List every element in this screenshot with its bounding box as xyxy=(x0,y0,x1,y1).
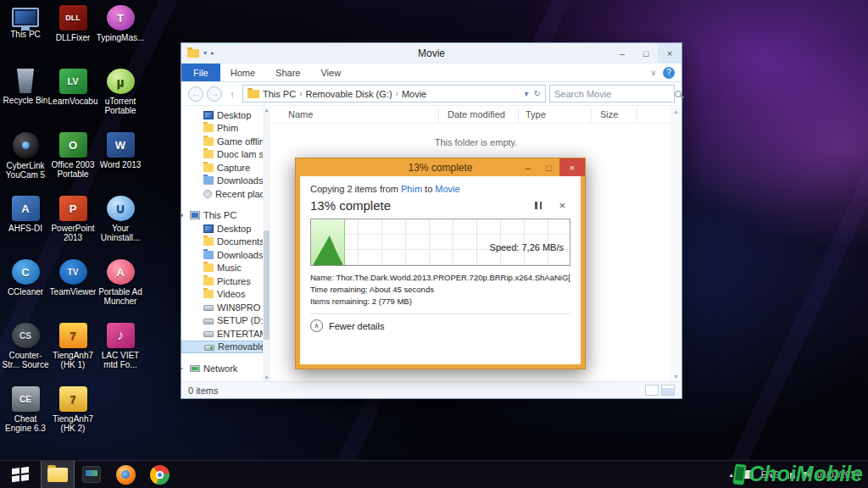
desktop-icon-cheat-engine[interactable]: CE Cheat Engine 6.3 xyxy=(2,386,49,450)
language-indicator[interactable]: ENG xyxy=(761,470,780,480)
nav-item-capture[interactable]: Capture xyxy=(181,161,263,175)
touch-keyboard-icon[interactable] xyxy=(741,470,754,479)
desktop-icon-lacviet[interactable]: ♪ LAC VIET mtd Fo... xyxy=(97,323,144,386)
tab-home[interactable]: Home xyxy=(220,64,265,81)
desktop-icon-office2003[interactable]: O Office 2003 Portable xyxy=(49,132,97,196)
qat-dropdown-icon[interactable]: ▾ xyxy=(203,49,207,57)
desktop-icon-word2013[interactable]: W Word 2013 xyxy=(97,132,144,196)
refresh-icon[interactable]: ↻ xyxy=(534,89,541,98)
tray-date[interactable]: 01/03/2014 xyxy=(817,470,860,480)
address-dropdown-icon[interactable]: ▾ xyxy=(525,89,529,98)
desktop-icon-counter-strike[interactable]: CS Counter-Str... Source xyxy=(2,323,49,386)
desktop-icon-youcam[interactable]: CyberLink YouCam 5 xyxy=(2,132,49,196)
tray-expand-icon[interactable]: ▴ xyxy=(730,471,733,479)
nav-item-pictures[interactable]: Pictures xyxy=(181,274,263,288)
scroll-down-icon[interactable]: ▼ xyxy=(670,374,682,380)
desktop-icon-dllfixer[interactable]: DLL DLLFixer xyxy=(49,5,97,69)
nav-item-win8pro-c[interactable]: WIN8PRO (C xyxy=(181,301,263,314)
desktop-icon-typingmaster[interactable]: T TypingMas... xyxy=(97,5,144,69)
source-folder-link[interactable]: Phim xyxy=(401,184,422,194)
pause-button[interactable] xyxy=(535,202,542,209)
nav-item-setup-d[interactable]: SETUP (D:) xyxy=(181,314,263,328)
dialog-minimize-button[interactable]: – xyxy=(517,158,538,176)
taskbar-file-explorer[interactable] xyxy=(41,461,75,488)
minimize-button[interactable]: – xyxy=(610,43,634,63)
scroll-up-icon[interactable]: ▲ xyxy=(670,108,682,114)
nav-scrollbar[interactable]: ▲ ▼ xyxy=(263,107,270,381)
scroll-down-icon[interactable]: ▼ xyxy=(263,375,270,380)
expand-ribbon-icon[interactable]: ∨ xyxy=(650,69,656,77)
nav-item-this-pc[interactable]: ▾This PC xyxy=(181,209,263,223)
dialog-titlebar[interactable]: 13% complete – □ × xyxy=(296,158,585,176)
crumb-movie[interactable]: Movie xyxy=(402,89,426,99)
desktop-icon-your-uninstaller[interactable]: U Your Uninstall... xyxy=(97,196,144,259)
nav-item-phim[interactable]: Phim xyxy=(181,122,263,136)
nav-item-network[interactable]: ▸Network xyxy=(181,362,263,375)
close-button[interactable]: × xyxy=(658,43,682,63)
desktop-icon-this-pc[interactable]: This PC xyxy=(2,5,49,69)
search-box[interactable] xyxy=(549,85,675,103)
nav-item-music[interactable]: Music xyxy=(181,262,263,275)
cancel-button[interactable]: × xyxy=(559,202,565,210)
column-date-modified[interactable]: Date modified xyxy=(448,109,505,119)
nav-item-desktop[interactable]: Desktop xyxy=(181,222,263,236)
nav-item-desktop-fav[interactable]: Desktop xyxy=(181,108,263,122)
desktop-icon-powerpoint[interactable]: P PowerPoint 2013 xyxy=(49,196,97,259)
desktop-icon-teamviewer[interactable]: TV TeamViewer xyxy=(49,259,97,323)
crumb-removable-disk[interactable]: Removable Disk (G:) xyxy=(305,89,392,99)
maximize-button[interactable]: □ xyxy=(634,43,658,63)
qat-customize-icon[interactable]: ▸ xyxy=(211,49,214,57)
up-button[interactable]: ↑ xyxy=(225,89,239,99)
desktop-icon-ccleaner[interactable]: C CCleaner xyxy=(2,259,49,323)
help-icon[interactable]: ? xyxy=(663,67,675,79)
nav-item-documents[interactable]: Documents xyxy=(181,236,263,249)
search-input[interactable] xyxy=(554,89,675,99)
taskbar-chrome[interactable] xyxy=(142,461,176,488)
explorer-titlebar[interactable]: ▾ ▸ Movie – □ × xyxy=(181,43,682,64)
desktop-icon-learnvocabu[interactable]: LV LearnVocabu xyxy=(49,69,97,132)
window-title: Movie xyxy=(181,47,682,59)
forward-button[interactable]: → xyxy=(207,86,222,102)
breadcrumb[interactable]: This PC › Removable Disk (G:) › Movie ▾ … xyxy=(242,85,546,103)
nav-item-duoc-lam-sa[interactable]: Duoc lam sa xyxy=(181,148,263,162)
nav-item-recent-places[interactable]: Recent place xyxy=(181,187,263,201)
start-button[interactable] xyxy=(0,461,41,488)
tab-file[interactable]: File xyxy=(181,64,220,81)
expander-icon[interactable]: ▸ xyxy=(181,364,186,372)
quick-access-toolbar: ▾ ▸ xyxy=(181,49,214,58)
nav-item-downloads-fav[interactable]: Downloads xyxy=(181,175,263,188)
volume-icon[interactable] xyxy=(803,472,807,477)
column-name[interactable]: Name xyxy=(288,109,313,119)
desktop-icon-tienganh7-hk2[interactable]: 7 TiengAnh7 (HK 2) xyxy=(49,386,97,450)
back-button[interactable]: ← xyxy=(188,86,203,102)
dialog-maximize-button[interactable]: □ xyxy=(538,158,559,176)
tab-view[interactable]: View xyxy=(310,64,351,81)
nav-item-game-offline[interactable]: Game offline xyxy=(181,135,263,148)
main-scrollbar[interactable]: ▲ ▼ xyxy=(670,107,682,381)
icon-label: TeamViewer xyxy=(50,287,97,297)
desktop-icon-ad-muncher[interactable]: A Portable Ad Muncher xyxy=(97,259,144,323)
tab-share[interactable]: Share xyxy=(265,64,310,81)
column-size[interactable]: Size xyxy=(600,109,618,119)
destination-folder-link[interactable]: Movie xyxy=(435,184,459,194)
details-view-button[interactable] xyxy=(645,385,659,396)
fewer-details-button[interactable]: ∧ Fewer details xyxy=(310,319,570,332)
nav-item-removable-disk[interactable]: Removable [ xyxy=(181,341,263,354)
crumb-this-pc[interactable]: This PC xyxy=(263,89,296,99)
desktop-icon-recycle-bin[interactable]: Recycle Bin xyxy=(2,69,49,132)
thumbnails-view-button[interactable] xyxy=(661,385,675,396)
desktop-icon-ahfs-di[interactable]: A AHFS-DI xyxy=(2,196,49,259)
desktop-icon-utorrent[interactable]: µ uTorrent Portable xyxy=(97,69,144,132)
nav-item-downloads[interactable]: Downloads xyxy=(181,248,263,262)
scroll-up-icon[interactable]: ▲ xyxy=(263,108,270,113)
nav-item-videos[interactable]: Videos xyxy=(181,288,263,302)
desktop-icon-tienganh7-hk1[interactable]: 7 TiengAnh7 (HK 1) xyxy=(49,323,97,386)
nav-item-entertame[interactable]: ENTERTAME xyxy=(181,327,263,341)
network-icon[interactable] xyxy=(787,470,795,479)
column-type[interactable]: Type xyxy=(526,109,546,119)
dialog-close-button[interactable]: × xyxy=(559,158,585,176)
taskbar-firefox[interactable] xyxy=(108,461,142,488)
scrollbar-thumb[interactable] xyxy=(264,230,270,341)
expander-icon[interactable]: ▾ xyxy=(181,212,186,219)
taskbar-app-2[interactable] xyxy=(75,461,108,488)
